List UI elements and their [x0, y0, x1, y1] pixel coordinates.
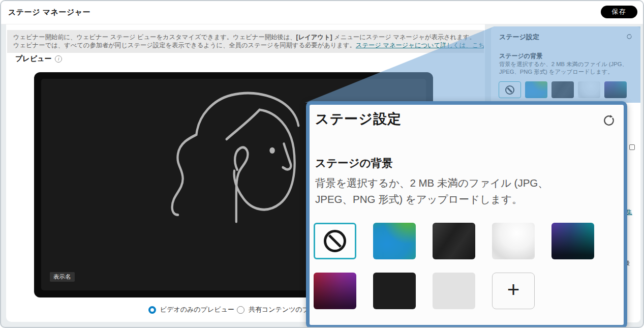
background-option-upload[interactable]: +: [492, 273, 535, 309]
stage-manager-help-link[interactable]: ステージ マネージャについて詳しくは、こちらをご覧ください。: [356, 42, 484, 49]
stage-manager-window: ステージ マネージャー 保存 ウェビナー開始前に、ウェビナー ステージ ビューを…: [0, 0, 644, 328]
sidebar-background-heading: ステージの背景: [499, 52, 542, 61]
refresh-icon[interactable]: [601, 113, 617, 128]
callout-background-heading: ステージの背景: [315, 156, 393, 170]
radio-video-only-preview[interactable]: ビデオのみのプレビュー: [148, 305, 234, 314]
radio-video-only-label: ビデオのみのプレビュー: [160, 305, 234, 314]
info-icon[interactable]: i: [55, 55, 62, 63]
banner-line2-text: ウェビナーでは、すべての参加者が同じステージ設定を表示できるように、全員のステー…: [13, 42, 356, 49]
page-title: ステージ マネージャー: [8, 8, 90, 17]
radio-selected-icon[interactable]: [148, 306, 156, 314]
background-option-grad-green-blue[interactable]: [525, 81, 547, 98]
background-option-grad-green-blue[interactable]: [373, 223, 416, 259]
preview-label: プレビュー: [15, 54, 51, 64]
display-name-badge: 表示名: [50, 272, 75, 282]
avatar-placeholder-illustration: [168, 85, 300, 227]
stage-settings-magnified-callout: ステージ設定 ステージの背景 背景を選択するか、2 MB 未満のファイル (JP…: [306, 101, 627, 328]
plus-icon: +: [507, 279, 520, 301]
refresh-icon[interactable]: [626, 33, 633, 40]
background-option-dark-waves[interactable]: [433, 223, 475, 259]
background-option-grad-purple-teal[interactable]: [604, 81, 627, 98]
no-background-icon: [324, 230, 346, 252]
background-option-light-waves[interactable]: [578, 81, 600, 98]
background-option-grad-red-purple[interactable]: [314, 273, 356, 309]
preview-section-header: プレビュー i: [15, 54, 62, 64]
banner-line1-text: ウェビナー開始前に、ウェビナー ステージ ビューをカスタマイズできます。ウェビナ…: [13, 34, 296, 41]
background-option-gray[interactable]: [433, 273, 475, 309]
background-swatch-grid: +: [314, 223, 619, 309]
banner-line1-bold: [レイアウト]: [296, 34, 332, 41]
background-option-grad-purple-teal[interactable]: [551, 223, 594, 259]
no-background-icon: [505, 85, 514, 95]
info-banner: ウェビナー開始前に、ウェビナー ステージ ビューをカスタマイズできます。ウェビナ…: [7, 30, 484, 53]
sidebar-checkbox-fragment[interactable]: [629, 144, 635, 150]
background-swatch-row-small: [499, 81, 627, 98]
radio-unselected-icon[interactable]: [237, 306, 244, 314]
callout-background-description: 背景を選択するか、2 MB 未満のファイル (JPG、 JPEG、PNG 形式)…: [315, 175, 615, 207]
background-option-none[interactable]: [499, 81, 521, 98]
background-option-light-waves[interactable]: [492, 223, 535, 259]
header-bar: ステージ マネージャー 保存: [1, 1, 643, 24]
callout-title: ステージ設定: [315, 110, 402, 128]
sidebar-title: ステージ設定: [499, 33, 539, 42]
banner-line1-after: メニューにステージ マネージャが表示されます。: [332, 34, 476, 41]
background-option-dark-waves[interactable]: [551, 81, 574, 98]
background-option-black[interactable]: [373, 273, 416, 309]
background-option-none[interactable]: [314, 223, 356, 259]
save-button[interactable]: 保存: [601, 6, 637, 18]
sidebar-background-description: 背景を選択するか、2 MB 未満のファイル (JPG、 JPEG、PNG 形式)…: [499, 61, 633, 76]
